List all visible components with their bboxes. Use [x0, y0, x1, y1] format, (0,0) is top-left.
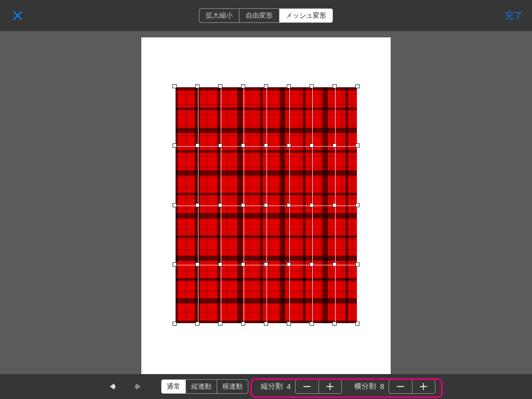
mesh-handle[interactable] — [241, 322, 245, 326]
mesh-handle[interactable] — [264, 203, 268, 207]
link-mode-tabs: 通常 縦連動 横連動 — [161, 379, 248, 394]
minus-icon — [396, 382, 405, 391]
mesh-handle[interactable] — [287, 322, 291, 326]
mesh-handle[interactable] — [195, 143, 200, 148]
mesh-handle[interactable] — [355, 143, 360, 148]
mesh-handle[interactable] — [355, 203, 360, 207]
transform-mode-tabs: 拡大縮小 自由変形 メッシュ変形 — [199, 8, 333, 23]
horizontal-plus-button[interactable] — [412, 380, 435, 393]
mesh-handle[interactable] — [287, 203, 291, 207]
plus-icon — [419, 382, 428, 391]
tab-link-vertical[interactable]: 縦連動 — [185, 380, 217, 393]
mesh-handle[interactable] — [287, 143, 291, 148]
mesh-handle[interactable] — [241, 203, 245, 207]
mesh-handle[interactable] — [310, 84, 314, 88]
mesh-handle[interactable] — [332, 203, 337, 207]
mesh-handle[interactable] — [264, 322, 268, 326]
close-button[interactable] — [10, 8, 25, 23]
horizontal-division-value: 8 — [380, 382, 384, 391]
mesh-handle[interactable] — [310, 143, 314, 148]
top-toolbar: 拡大縮小 自由変形 メッシュ変形 完了 — [0, 0, 532, 31]
mesh-handle[interactable] — [264, 84, 268, 88]
vertical-minus-button[interactable] — [296, 380, 318, 393]
mesh-handle[interactable] — [218, 322, 222, 326]
mesh-handle[interactable] — [218, 203, 222, 207]
vertical-division-stepper — [295, 379, 342, 394]
mesh-handle[interactable] — [310, 203, 314, 207]
canvas[interactable] — [141, 37, 391, 378]
mesh-handle[interactable] — [195, 84, 200, 88]
mesh-handle[interactable] — [195, 262, 200, 267]
mesh-overlay[interactable] — [175, 86, 357, 324]
mesh-handles-container — [175, 86, 357, 324]
horizontal-minus-button[interactable] — [389, 380, 412, 393]
mesh-handle[interactable] — [332, 143, 337, 148]
mesh-handle[interactable] — [264, 143, 268, 148]
vertical-division-value: 4 — [287, 382, 291, 391]
mesh-handle[interactable] — [218, 262, 222, 267]
mesh-handle[interactable] — [287, 262, 291, 267]
mesh-handle[interactable] — [332, 262, 337, 267]
canvas-area — [0, 31, 532, 374]
mesh-handle[interactable] — [172, 322, 177, 326]
mesh-handle[interactable] — [332, 322, 337, 326]
close-icon — [12, 10, 23, 21]
tab-link-normal[interactable]: 通常 — [162, 380, 185, 393]
redo-icon — [132, 381, 143, 392]
tab-scale[interactable]: 拡大縮小 — [200, 9, 239, 22]
mesh-handle[interactable] — [287, 84, 291, 88]
mesh-handle[interactable] — [355, 84, 360, 88]
mesh-handle[interactable] — [218, 143, 222, 148]
mesh-handle[interactable] — [332, 84, 337, 88]
bottom-toolbar: 通常 縦連動 横連動 縦分割 4 横分割 8 — [0, 374, 532, 399]
mesh-handle[interactable] — [355, 322, 360, 326]
plus-icon — [325, 382, 335, 391]
horizontal-division-group: 横分割 8 — [354, 379, 435, 394]
vertical-plus-button[interactable] — [318, 380, 341, 393]
mesh-handle[interactable] — [310, 262, 314, 267]
tab-link-horizontal[interactable]: 横連動 — [217, 380, 248, 393]
vertical-division-group: 縦分割 4 — [261, 379, 342, 394]
mesh-handle[interactable] — [172, 262, 177, 267]
vertical-division-label: 縦分割 — [261, 382, 283, 391]
redo-button[interactable] — [129, 378, 147, 395]
mesh-handle[interactable] — [218, 84, 222, 88]
mesh-handle[interactable] — [195, 322, 200, 326]
mesh-handle[interactable] — [241, 84, 245, 88]
mesh-handle[interactable] — [172, 84, 177, 88]
mesh-handle[interactable] — [195, 203, 200, 207]
tab-free-transform[interactable]: 自由変形 — [239, 9, 279, 22]
mesh-handle[interactable] — [310, 322, 314, 326]
undo-icon — [107, 381, 118, 392]
mesh-handle[interactable] — [172, 203, 177, 207]
horizontal-division-stepper — [389, 379, 435, 394]
tab-mesh-transform[interactable]: メッシュ変形 — [279, 9, 332, 22]
mesh-handle[interactable] — [264, 262, 268, 267]
undo-button[interactable] — [104, 378, 122, 395]
mesh-handle[interactable] — [172, 143, 177, 148]
mesh-handle[interactable] — [241, 262, 245, 267]
mesh-handle[interactable] — [355, 262, 360, 267]
mesh-handle[interactable] — [241, 143, 245, 148]
done-button[interactable]: 完了 — [505, 10, 523, 22]
horizontal-division-label: 横分割 — [354, 382, 376, 391]
minus-icon — [302, 382, 312, 391]
